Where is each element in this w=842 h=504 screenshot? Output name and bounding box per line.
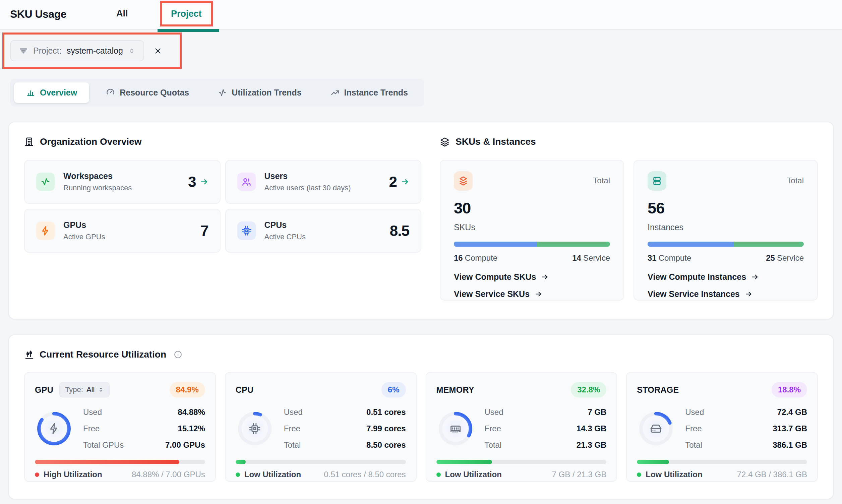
- card-subtitle: Running workspaces: [64, 184, 132, 192]
- utilization-bar: [637, 460, 807, 464]
- users-card[interactable]: Users Active users (last 30 days) 2: [225, 160, 422, 204]
- organization-overview-section: Organization Overview Workspaces Running…: [24, 137, 421, 304]
- status-label: Low Utilization: [244, 470, 301, 479]
- info-icon[interactable]: [174, 350, 182, 359]
- status-dot: [236, 472, 240, 477]
- resource-name: MEMORY: [436, 385, 474, 395]
- storage-utilization-card: STORAGE 18.8% Used72.4 GB Free313.7 GB: [626, 372, 818, 482]
- compute-portion: [454, 241, 537, 247]
- tab-utilization-trends-label: Utilization Trends: [232, 88, 301, 97]
- filter-label: Project:: [33, 46, 62, 56]
- skus-card: Total 30 SKUs 16Compute 14Service View C…: [440, 160, 624, 301]
- stat-row: Total GPUs7.00 GPUs: [83, 440, 205, 450]
- card-title: CPUs: [265, 220, 306, 230]
- view-compute-instances-link[interactable]: View Compute Instances: [648, 272, 759, 282]
- utilization-badge: 32.8%: [571, 382, 606, 397]
- filter-bar: Project: system-catalog: [0, 30, 842, 79]
- utilization-bar: [236, 460, 406, 464]
- tab-overview[interactable]: Overview: [14, 83, 89, 103]
- clear-filter-button[interactable]: [151, 44, 164, 57]
- utilization-title: Current Resource Utilization: [24, 349, 818, 360]
- service-count: 25Service: [766, 253, 804, 263]
- view-service-skus-link[interactable]: View Service SKUs: [454, 289, 542, 299]
- instances-card: Total 56 Instances 31Compute 25Service V…: [633, 160, 818, 301]
- gauge-icon: [106, 88, 115, 97]
- hard-drive-icon: [637, 410, 675, 448]
- arrow-right-icon: [541, 273, 549, 281]
- cpu-utilization-card: CPU 6% Used0.51 cores Free7.99 cores T: [225, 372, 417, 482]
- status-dot: [637, 472, 641, 477]
- tab-instance-trends[interactable]: Instance Trends: [319, 83, 420, 103]
- card-title: Workspaces: [64, 171, 132, 181]
- instances-total-value: 56: [648, 199, 804, 217]
- memory-utilization-card: MEMORY 32.8% Used7 GB Free14.3 GB Tota: [426, 372, 617, 482]
- card-value: 8.5: [390, 222, 409, 239]
- card-title: GPUs: [64, 220, 105, 230]
- arrow-right-icon: [535, 290, 542, 298]
- card-subtitle: Active CPUs: [265, 233, 306, 241]
- building-icon: [24, 137, 34, 147]
- compute-count: 31Compute: [648, 253, 691, 263]
- usage-summary: 84.88% / 7.00 GPUs: [132, 470, 205, 479]
- close-icon: [154, 47, 162, 55]
- sku-cards-grid: Total 30 SKUs 16Compute 14Service View C…: [440, 160, 818, 301]
- compute-portion: [648, 241, 734, 247]
- compute-service-split-bar: [648, 241, 804, 247]
- project-filter-select[interactable]: Project: system-catalog: [10, 40, 144, 61]
- usage-summary: 0.51 cores / 8.50 cores: [324, 470, 406, 479]
- cpu-icon: [237, 221, 256, 240]
- card-title: Users: [265, 171, 351, 181]
- service-count: 14Service: [572, 253, 610, 263]
- total-label: Total: [787, 176, 804, 185]
- tab-instance-trends-label: Instance Trends: [344, 88, 408, 97]
- arrow-right-icon[interactable]: [200, 178, 209, 186]
- storage-utilization-ring: [637, 410, 675, 448]
- tab-all[interactable]: All: [116, 0, 128, 27]
- status-label: High Utilization: [43, 470, 102, 479]
- view-compute-skus-link[interactable]: View Compute SKUs: [454, 272, 549, 282]
- resource-name: STORAGE: [637, 385, 679, 395]
- tab-project[interactable]: Project: [171, 9, 202, 19]
- activity-icon: [218, 88, 227, 97]
- status-label: Low Utilization: [646, 470, 702, 479]
- page-header: SKU Usage All Project: [0, 0, 842, 30]
- total-label: Total: [593, 176, 610, 185]
- overview-panel: Organization Overview Workspaces Running…: [8, 122, 834, 319]
- stat-row: Total386.1 GB: [685, 440, 807, 450]
- status-label: Low Utilization: [445, 470, 502, 479]
- active-tab-underline: [158, 29, 219, 32]
- users-icon: [237, 173, 256, 191]
- sku-total-value: 30: [454, 199, 610, 217]
- card-subtitle: Active users (last 30 days): [265, 184, 351, 192]
- gpus-card: GPUs Active GPUs 7: [24, 209, 220, 253]
- stat-row: Used84.88%: [83, 408, 205, 417]
- tab-utilization-trends[interactable]: Utilization Trends: [206, 83, 313, 103]
- zap-icon: [35, 410, 73, 448]
- status-dot: [436, 472, 441, 477]
- chevron-updown-icon: [128, 47, 136, 55]
- card-value: 3: [188, 174, 196, 190]
- skus-instances-section: SKUs & Instances Total 30 SKUs 16Compute…: [440, 137, 818, 304]
- chevron-updown-icon: [98, 387, 104, 393]
- server-icon: [648, 171, 666, 191]
- page-title: SKU Usage: [10, 0, 66, 28]
- stat-row: Total8.50 cores: [284, 440, 406, 450]
- utilization-badge: 18.8%: [772, 382, 807, 397]
- stat-row: Used7 GB: [485, 408, 607, 417]
- arrow-right-icon[interactable]: [401, 178, 409, 186]
- gpu-type-select[interactable]: Type: All: [59, 382, 110, 397]
- stat-row: Used0.51 cores: [284, 408, 406, 417]
- instances-label: Instances: [648, 222, 804, 232]
- utilization-badge: 6%: [381, 382, 406, 397]
- layers-icon: [440, 137, 450, 147]
- utilization-bar: [436, 460, 607, 464]
- cpus-card: CPUs Active CPUs 8.5: [225, 209, 422, 253]
- view-service-instances-link[interactable]: View Service Instances: [648, 289, 753, 299]
- card-value: 7: [200, 222, 208, 239]
- workspaces-card[interactable]: Workspaces Running workspaces 3: [24, 160, 220, 204]
- tab-resource-quotas[interactable]: Resource Quotas: [94, 83, 201, 103]
- cpu-utilization-ring: [236, 410, 274, 448]
- layers-icon: [454, 171, 472, 191]
- stat-row: Free7.99 cores: [284, 424, 406, 433]
- cpu-icon: [236, 410, 274, 448]
